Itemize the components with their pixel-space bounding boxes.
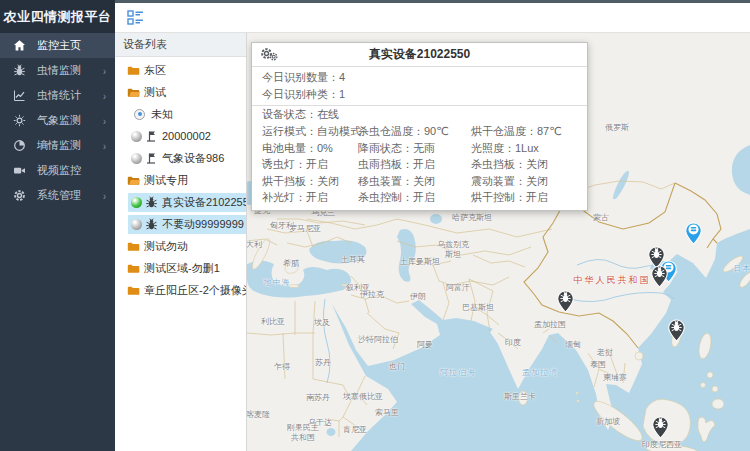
sidebar: 农业四情测报平台 监控主页 虫情监测 › 虫情统计 › 气象监测 › 墒情监测 …	[0, 0, 115, 451]
sidebar-item-label: 系统管理	[37, 188, 103, 203]
sidebar-item-bug[interactable]: 虫情监测 ›	[0, 58, 115, 83]
popup-detail-cell: 电池电量：0%	[252, 140, 348, 157]
status-dot-gray	[131, 153, 142, 164]
bug-device-icon	[145, 196, 158, 209]
popup-detail-cell: 烘干控制：开启	[461, 189, 579, 206]
popup-summary: 今日识别数量：4今日识别种类：1	[252, 67, 587, 106]
sun-icon	[13, 114, 26, 127]
map-canvas[interactable]: 俄罗斯蒙古中华人民共和国捷克乌克兰匈牙利罗马尼亚意大利希腊土耳其叙利亚伊拉克伊朗…	[247, 33, 750, 451]
tree-device-row[interactable]: 20000002	[115, 125, 246, 147]
popup-detail-cell: 降雨状态：无雨	[348, 140, 461, 157]
tree-toggle-icon[interactable]	[127, 10, 144, 25]
tree-node-label: 测试	[144, 85, 166, 100]
sidebar-item-gear[interactable]: 系统管理 ›	[0, 183, 115, 208]
popup-summary-row: 今日识别数量：4	[252, 69, 587, 86]
bug-icon	[13, 64, 26, 77]
app-title: 农业四情测报平台	[0, 0, 115, 33]
tree-node-label: 气象设备986	[162, 151, 224, 166]
device-info-popup: 真实设备21022550 今日识别数量：4今日识别种类：1 设备状态：在线 运行…	[251, 42, 588, 211]
folder-closed-icon	[127, 263, 140, 274]
popup-detail-cell: 补光灯：开启	[252, 189, 348, 206]
sidebar-item-label: 气象监测	[37, 113, 103, 128]
tree-node-label: 20000002	[162, 130, 211, 142]
device-status-row: 设备状态：在线	[252, 106, 587, 123]
device-panel-title: 设备列表	[115, 33, 246, 57]
popup-detail-cell: 诱虫灯：开启	[252, 156, 348, 173]
sidebar-item-label: 虫情监测	[37, 63, 103, 78]
chevron-right-icon: ›	[103, 189, 106, 202]
popup-detail-cell: 烘干挡板：关闭	[252, 173, 348, 190]
tree-node-label: 测试勿动	[144, 239, 188, 254]
sidebar-item-sun[interactable]: 气象监测 ›	[0, 108, 115, 133]
folder-closed-icon	[127, 241, 140, 252]
popup-summary-row: 今日识别种类：1	[252, 86, 587, 103]
insect-device-marker[interactable]	[651, 414, 670, 439]
popup-detail-cell: 震动装置：关闭	[461, 173, 579, 190]
bug-device-icon	[145, 218, 158, 231]
sidebar-item-home[interactable]: 监控主页	[0, 33, 115, 58]
popup-detail-cell: 杀虫挡板：关闭	[461, 156, 579, 173]
tree-device-row[interactable]: 未知	[115, 103, 246, 125]
popup-detail-cell: 运行模式：自动模式	[252, 123, 348, 140]
insect-device-marker[interactable]	[667, 317, 686, 342]
globe-icon	[13, 139, 26, 152]
insect-device-marker[interactable]	[650, 263, 669, 288]
weather-device-icon	[145, 152, 158, 165]
sidebar-item-video[interactable]: 视频监控	[0, 158, 115, 183]
tree-node-label: 真实设备21022550	[162, 195, 247, 210]
popup-header: 真实设备21022550	[252, 43, 587, 67]
home-icon	[13, 39, 26, 52]
chevron-right-icon: ›	[103, 89, 106, 102]
stats-icon	[13, 89, 26, 102]
tree-folder-row[interactable]: 东区	[115, 59, 246, 81]
tree-folder-row[interactable]: 章丘阳丘区-2个摄像头	[115, 279, 246, 301]
gear-icon	[13, 189, 26, 202]
chevron-right-icon: ›	[103, 114, 106, 127]
tree-device-row[interactable]: 不要动99999999	[115, 213, 246, 235]
tree-device-row[interactable]: 真实设备21022550	[115, 191, 246, 213]
weather-device-marker[interactable]	[684, 220, 703, 245]
tree-folder-row[interactable]: 测试专用	[115, 169, 246, 191]
folder-open-icon	[127, 87, 140, 98]
tree-folder-row[interactable]: 测试	[115, 81, 246, 103]
sidebar-item-label: 墒情监测	[37, 138, 103, 153]
popup-detail-cell: 光照度：1Lux	[461, 140, 579, 157]
tree-node-label: 未知	[151, 107, 173, 122]
sidebar-item-label: 虫情统计	[37, 88, 103, 103]
tree-node-label: 东区	[144, 63, 166, 78]
tree-node-label: 测试专用	[144, 173, 188, 188]
device-list-panel: 设备列表 东区测试未知20000002气象设备986测试专用真实设备210225…	[115, 33, 247, 451]
chevron-right-icon: ›	[103, 64, 106, 77]
device-tree: 东区测试未知20000002气象设备986测试专用真实设备21022550不要动…	[115, 57, 246, 301]
popup-detail-cell: 移虫装置：关闭	[348, 173, 461, 190]
status-dot-green	[131, 197, 142, 208]
popup-detail-cell: 杀虫仓温度：90℃	[348, 123, 461, 140]
weather-device-icon	[145, 130, 158, 143]
folder-closed-icon	[127, 65, 140, 76]
top-bar	[115, 0, 750, 33]
insect-device-marker[interactable]	[556, 288, 575, 313]
tree-folder-row[interactable]: 测试区域-勿删1	[115, 257, 246, 279]
tree-device-row[interactable]: 气象设备986	[115, 147, 246, 169]
settings-gears-icon[interactable]	[260, 47, 279, 65]
tree-node-label: 章丘阳丘区-2个摄像头	[144, 283, 247, 298]
popup-detail-cell: 虫雨挡板：开启	[348, 156, 461, 173]
sidebar-item-globe[interactable]: 墒情监测 ›	[0, 133, 115, 158]
tree-node-label: 测试区域-勿删1	[144, 261, 220, 276]
sidebar-item-label: 视频监控	[37, 163, 106, 178]
video-icon	[13, 164, 26, 177]
tree-folder-row[interactable]: 测试勿动	[115, 235, 246, 257]
folder-closed-icon	[127, 285, 140, 296]
popup-detail-cell: 杀虫控制：开启	[348, 189, 461, 206]
sidebar-item-stats[interactable]: 虫情统计 ›	[0, 83, 115, 108]
tree-node-label: 不要动99999999	[162, 217, 244, 232]
sidebar-nav: 监控主页 虫情监测 › 虫情统计 › 气象监测 › 墒情监测 › 视频监控 系统…	[0, 33, 115, 208]
folder-open-icon	[127, 175, 140, 186]
popup-detail-cell: 烘干仓温度：87℃	[461, 123, 579, 140]
popup-title: 真实设备21022550	[369, 46, 470, 63]
unknown-device-icon	[134, 109, 145, 120]
popup-detail-grid: 运行模式：自动模式杀虫仓温度：90℃烘干仓温度：87℃电池电量：0%降雨状态：无…	[252, 123, 587, 210]
status-dot-gray	[131, 131, 142, 142]
status-dot-gray	[131, 219, 142, 230]
chevron-right-icon: ›	[103, 139, 106, 152]
